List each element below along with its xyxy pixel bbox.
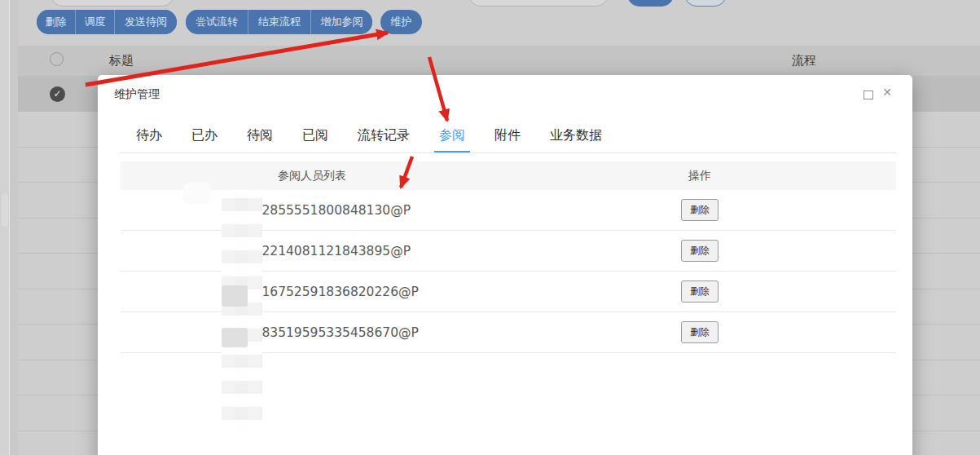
end-flow-button[interactable]: 结束流程 (248, 10, 310, 34)
person-id: @016752591836820226@P (241, 285, 419, 299)
tab-business-data[interactable]: 业务数据 (545, 122, 607, 153)
reset-button[interactable] (684, 0, 727, 7)
delete-row-button[interactable]: 删除 (681, 321, 719, 343)
try-flow-button[interactable]: 尝试流转 (186, 10, 248, 34)
dialog-title: 维护管理 (114, 87, 160, 102)
action-cell: 删除 (503, 199, 896, 221)
person-id: @083519595335458670@P (241, 325, 419, 340)
search-button[interactable] (627, 0, 674, 7)
row-checked-icon[interactable]: ✓ (50, 86, 65, 102)
tab-read[interactable]: 已阅 (297, 122, 333, 153)
column-header-operation: 操作 (503, 169, 896, 183)
dialog-tabs: 待办 已办 待阅 已阅 流转记录 参阅 附件 业务数据 (131, 122, 626, 153)
delete-row-button[interactable]: 删除 (681, 240, 719, 262)
reference-table-header: 参阅人员列表 操作 (121, 161, 896, 190)
search-input[interactable] (51, 0, 174, 7)
left-scrollbar-thumb[interactable] (2, 194, 8, 227)
tab-todo[interactable]: 待办 (131, 122, 167, 153)
add-reference-button[interactable]: 增加参阅 (310, 10, 372, 34)
person-id: @2214081121843895@P (249, 244, 411, 258)
tab-done[interactable]: 已办 (187, 122, 222, 153)
tab-to-read[interactable]: 待阅 (242, 122, 278, 153)
maintain-button[interactable]: 维护 (380, 10, 422, 34)
background-table-header: 标题 流程 (18, 46, 980, 76)
person-cell: @2855551800848130@P (121, 203, 503, 218)
delete-row-button[interactable]: 删除 (681, 281, 719, 303)
action-cell: 删除 (503, 321, 896, 343)
column-header-title: 标题 (109, 53, 134, 68)
send-to-read-button[interactable]: 发送待阅 (114, 10, 177, 34)
person-cell: @016752591836820226@P (121, 285, 503, 299)
maximize-icon[interactable] (864, 91, 873, 99)
tab-reference[interactable]: 参阅 (434, 122, 470, 153)
filter-input[interactable] (468, 0, 609, 7)
action-cell: 删除 (503, 281, 896, 303)
privacy-blur-block (222, 285, 248, 307)
person-cell: @2214081121843895@P (121, 244, 503, 258)
close-icon[interactable]: ✕ (880, 85, 894, 99)
tab-flow-record[interactable]: 流转记录 (353, 122, 415, 153)
maintain-dialog: 维护管理 ✕ 待办 已办 待阅 已阅 流转记录 参阅 附件 业务数据 参阅人员列… (98, 75, 912, 455)
privacy-blur-patch (183, 183, 211, 204)
privacy-blur-band (222, 190, 262, 433)
person-id: @2855551800848130@P (249, 203, 411, 218)
toolbar-group-2: 尝试流转 结束流程 增加参阅 (186, 10, 372, 34)
person-cell: @083519595335458670@P (121, 325, 503, 340)
toolbar-group-1: 删除 调度 发送待阅 (37, 10, 177, 34)
select-all-radio[interactable] (50, 52, 64, 66)
privacy-blur-block (222, 328, 248, 347)
action-cell: 删除 (503, 240, 896, 262)
delete-button[interactable]: 删除 (37, 10, 75, 34)
delete-row-button[interactable]: 删除 (681, 199, 719, 221)
column-header-flow: 流程 (792, 53, 816, 68)
schedule-button[interactable]: 调度 (75, 10, 114, 34)
left-panel-gutter (10, 0, 18, 455)
tabs-divider (121, 152, 896, 153)
left-panel-edge (0, 0, 9, 455)
tab-attachment[interactable]: 附件 (490, 122, 525, 153)
toolbar: 删除 调度 发送待阅 尝试流转 结束流程 增加参阅 维护 (37, 10, 372, 34)
column-header-person-list: 参阅人员列表 (121, 169, 503, 183)
